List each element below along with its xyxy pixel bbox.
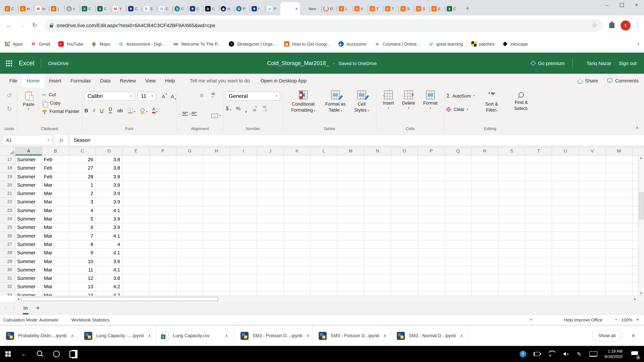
row-header[interactable]: 21 <box>0 189 16 198</box>
forward-icon[interactable] <box>16 19 28 31</box>
browser-tab[interactable]: P <box>234 2 250 15</box>
browser-tab[interactable]: C <box>157 2 172 15</box>
cell-month[interactable]: Mar <box>42 198 69 206</box>
cell-season[interactable]: Summer <box>16 189 42 198</box>
cell-season[interactable]: Summer <box>16 274 42 282</box>
bookmark-star-icon[interactable] <box>592 22 597 29</box>
cell-empty[interactable] <box>123 215 638 223</box>
percent-button[interactable]: % <box>236 106 240 112</box>
column-header[interactable]: C <box>69 147 96 155</box>
browser-tab[interactable]: C <box>126 2 142 15</box>
start-icon[interactable] <box>0 346 16 362</box>
currency-button[interactable]: $ <box>226 106 231 112</box>
cell-season[interactable]: Summer <box>16 266 42 274</box>
browser-tab[interactable]: t <box>250 2 265 15</box>
cell-day[interactable]: 6 <box>69 223 96 232</box>
task-view-icon[interactable] <box>64 346 80 362</box>
fx-icon[interactable]: fx <box>55 135 68 145</box>
browser-tab[interactable]: C <box>203 2 219 15</box>
maximize-icon[interactable] <box>614 0 629 10</box>
column-header[interactable]: G <box>176 147 203 155</box>
browser-tab[interactable]: L <box>337 2 352 15</box>
column-header[interactable]: W <box>606 147 632 155</box>
row-header[interactable]: 25 <box>0 223 16 232</box>
merge-center-button[interactable] <box>211 114 221 118</box>
browser-menu-icon[interactable] <box>634 22 641 29</box>
bookmark-item[interactable]: Coursera | Online... <box>374 41 420 46</box>
select-all-corner[interactable] <box>0 147 16 155</box>
column-header[interactable]: H <box>203 147 230 155</box>
cell-day[interactable]: 1 <box>69 181 96 189</box>
browser-tab[interactable]: ( <box>49 2 64 15</box>
browser-tab[interactable]: New <box>300 2 321 15</box>
bookmark-item[interactable]: buzzsumo <box>338 41 366 46</box>
cell-season[interactable]: Summer <box>16 249 42 257</box>
cell-day[interactable]: 7 <box>69 232 96 240</box>
minimize-icon[interactable] <box>600 0 614 10</box>
zoom-out-icon[interactable] <box>614 317 618 323</box>
cell-season[interactable]: Summer <box>16 215 42 223</box>
cell-month[interactable]: Feb <box>42 156 69 164</box>
row-header[interactable]: 33 <box>0 291 16 296</box>
app-name[interactable]: Excel <box>19 59 34 67</box>
search-icon[interactable] <box>32 346 48 362</box>
cell-empty[interactable] <box>123 266 638 274</box>
row-header[interactable]: 30 <box>0 266 16 274</box>
sign-out-button[interactable]: Sign out <box>619 60 636 66</box>
download-item[interactable]: Probability Distri....ipynb <box>0 326 78 346</box>
column-header[interactable]: F <box>150 147 176 155</box>
download-item[interactable]: Lung Capacity -....ipynb <box>78 326 156 346</box>
browser-tab[interactable]: S <box>398 2 414 15</box>
cell-temp[interactable]: 3.8 <box>96 274 123 282</box>
bookmarks-overflow-icon[interactable] <box>637 40 639 48</box>
column-header[interactable]: B <box>42 147 69 155</box>
download-caret-icon[interactable] <box>225 333 228 338</box>
bookmark-item[interactable]: patches <box>471 41 494 46</box>
share-button[interactable]: Share <box>578 78 598 83</box>
show-all-button[interactable]: Show all <box>592 330 622 341</box>
conditional-formatting-button[interactable]: Conditional Formatting <box>285 90 321 113</box>
bookmark-item[interactable]: Welcome To The P... <box>173 41 221 46</box>
menu-tab[interactable]: View <box>140 74 160 88</box>
format-cells-button[interactable]: Format <box>419 90 442 110</box>
download-item[interactable]: SM3 - Poisson D....ipynb <box>234 326 312 346</box>
row-header[interactable]: 29 <box>0 257 16 266</box>
browser-tab[interactable]: C <box>445 2 460 15</box>
cell-day[interactable]: 14 <box>69 291 96 296</box>
undo-icon[interactable] <box>7 92 12 98</box>
redo-icon[interactable] <box>7 106 12 112</box>
download-caret-icon[interactable] <box>148 333 151 338</box>
cell-temp[interactable]: 3.9 <box>96 181 123 189</box>
cell-month[interactable]: Mar <box>42 257 69 266</box>
sort-filter-button[interactable]: Sort & Filter <box>479 91 504 113</box>
clear-button[interactable]: Clear <box>446 107 474 112</box>
notification-center-icon[interactable]: 4 <box>627 346 642 362</box>
increase-decimal-button[interactable]: ←.0 .00 <box>252 105 257 112</box>
cell-day[interactable]: 27 <box>69 164 96 172</box>
increase-font-icon[interactable]: A▲ <box>162 93 165 99</box>
cortana-icon[interactable] <box>48 346 64 362</box>
cell-empty[interactable] <box>123 240 638 249</box>
horizontal-scroll-thumb[interactable] <box>21 297 218 301</box>
row-header[interactable]: 31 <box>0 274 16 282</box>
back-icon[interactable] <box>3 19 15 31</box>
cell-season[interactable]: Summer <box>16 156 42 164</box>
tab-close-icon[interactable] <box>295 6 298 11</box>
cell-month[interactable]: Mar <box>42 206 69 215</box>
download-caret-icon[interactable] <box>384 333 386 338</box>
clock[interactable]: 1:19 AM 8/18/2020 <box>604 349 622 360</box>
cell-day[interactable]: 11 <box>69 266 96 274</box>
cell-styles-button[interactable]: Cell Styles <box>350 90 374 113</box>
cell-temp[interactable]: 4.1 <box>96 232 123 240</box>
download-caret-icon[interactable] <box>71 333 74 338</box>
autosum-button[interactable]: Σ AutoSum <box>446 93 474 99</box>
vertical-scroll-thumb[interactable] <box>639 192 643 219</box>
copy-button[interactable]: Copy <box>42 100 80 106</box>
scroll-down-icon[interactable] <box>640 292 643 295</box>
cell-day[interactable]: 3 <box>69 198 96 206</box>
cell-day[interactable]: 8 <box>69 240 96 249</box>
browser-tab[interactable]: T <box>383 2 398 15</box>
scroll-left-icon[interactable] <box>17 297 20 301</box>
cell-temp[interactable]: 3.9 <box>96 198 123 206</box>
cell-month[interactable]: Mar <box>42 266 69 274</box>
